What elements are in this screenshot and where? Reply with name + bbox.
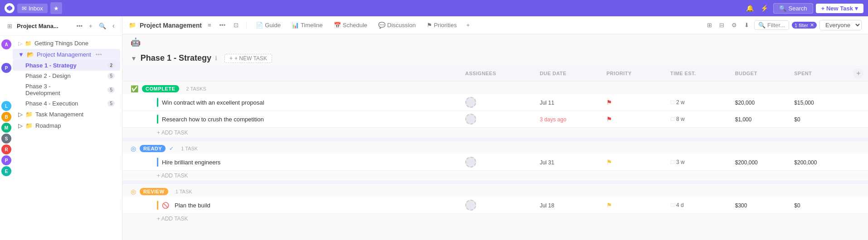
th-due-date: DUE DATE	[535, 66, 602, 82]
priorities-icon: ⚑	[427, 22, 432, 29]
status-badge-complete[interactable]: COMPLETE	[142, 85, 179, 92]
status-complete-icon: ✅	[131, 85, 138, 92]
tab-timeline[interactable]: 📊 Timeline	[288, 20, 327, 30]
tab-schedule[interactable]: 📅 Schedule	[330, 20, 371, 30]
status-badge-ready[interactable]: READY	[140, 145, 166, 152]
main-layout: ⊞ Project Mana... ••• + 🔍 ‹ A P	[0, 16, 868, 240]
sidebar-item-phase1[interactable]: Phase 1 - Strategy 2	[13, 60, 120, 71]
status-ready-icon: ◎	[131, 145, 136, 152]
task-actions-2	[849, 111, 868, 128]
project-management-more-button[interactable]: •••	[94, 51, 104, 58]
add-task-complete-cell[interactable]: + ADD TASK	[122, 128, 868, 138]
table-row[interactable]: Win contract with an excellent proposal …	[122, 94, 868, 111]
sidebar-item-phase2[interactable]: Phase 2 - Design 5	[13, 71, 120, 81]
sidebar-item-task-management[interactable]: ▷ 📁 Task Management	[13, 109, 120, 120]
search-filter-icon: 🔍	[758, 22, 766, 29]
toolbar-settings-button[interactable]: ⚙	[729, 20, 739, 30]
sidebar-item-phase3[interactable]: Phase 3 -Development 5	[13, 81, 120, 98]
avatar-m: M	[1, 123, 11, 133]
task-budget-4: $300	[731, 197, 790, 214]
sidebar-item-phase4[interactable]: Phase 4 - Execution 5	[13, 98, 120, 109]
budget-val-2: $1,000	[735, 116, 752, 123]
toolbar-list-view-button[interactable]: ≡	[205, 20, 214, 30]
task-actions-1	[849, 94, 868, 111]
divider-row-2	[122, 181, 868, 184]
sidebar-item-getting-things-done[interactable]: ▷ 📁 Getting Things Done	[13, 38, 120, 49]
assignee-placeholder-1[interactable]	[465, 97, 476, 108]
toolbar-group-button[interactable]: ⊟	[717, 20, 727, 30]
add-task-ready-cell[interactable]: + ADD TASK	[122, 171, 868, 181]
lightning-icon[interactable]: ⚡	[759, 2, 770, 14]
toolbar-columns-button[interactable]: ⊞	[705, 20, 714, 30]
sidebar-item-project-management[interactable]: ▼ 📂 Project Management •••	[13, 49, 120, 60]
add-workspace-button[interactable]: +	[87, 22, 94, 30]
task-actions-3	[849, 154, 868, 171]
add-task-review-row[interactable]: + ADD TASK	[122, 214, 868, 224]
assignee-placeholder-3[interactable]	[465, 157, 476, 168]
add-task-review-cell[interactable]: + ADD TASK	[122, 214, 868, 224]
task-color-bar-3	[157, 158, 158, 167]
spent-val-2: $0	[794, 116, 800, 123]
filter-button[interactable]: 🔍 Filter...	[754, 20, 789, 30]
add-task-complete-row[interactable]: + ADD TASK	[122, 128, 868, 138]
budget-val-1: $20,000	[735, 100, 755, 106]
filter-close-button[interactable]: ✕	[810, 22, 814, 28]
filter-placeholder: Filter...	[767, 22, 785, 29]
toolbar-expand-button[interactable]: ⊡	[231, 20, 241, 30]
due-date-text-4: Jul 18	[540, 202, 554, 209]
search-button[interactable]: 🔍 Search	[773, 3, 813, 14]
sidebar-item-roadmap[interactable]: ▷ 📁 Roadmap	[13, 120, 120, 131]
status-header-review: ◎ REVIEW 1 TASK	[122, 184, 868, 197]
star-button[interactable]: ★	[50, 2, 62, 14]
add-task-ready-row[interactable]: + ADD TASK	[122, 171, 868, 181]
table-header: ASSIGNEES DUE DATE PRIORITY TIME EST. BU…	[122, 66, 868, 82]
task-priority-3: ⚑	[602, 154, 666, 171]
status-complete-cell: ✅ COMPLETE 2 TASKS	[122, 82, 868, 95]
task-name-2: Research how to crush the competition	[162, 116, 264, 123]
toolbar-more-button[interactable]: •••	[217, 20, 228, 30]
status-badge-review[interactable]: REVIEW	[140, 188, 168, 195]
task-assignees-1	[461, 94, 535, 111]
task-color-bar-2	[157, 115, 158, 124]
tab-priorities[interactable]: ⚑ Priorities	[423, 20, 461, 30]
status-review-count: 1 TASK	[176, 189, 192, 194]
th-add: +	[849, 66, 868, 82]
new-task-button[interactable]: + New Task ▾	[816, 4, 863, 13]
task-budget-1: $20,000	[731, 94, 790, 111]
avatar-b: B	[1, 112, 11, 122]
toolbar-export-button[interactable]: ⬇	[742, 20, 751, 30]
folder-icon-rm2: 📁	[25, 122, 33, 129]
add-column-button[interactable]: +	[853, 68, 863, 78]
divider-cell-1	[122, 138, 868, 141]
app-logo	[5, 3, 15, 13]
sidebar-phase2-badge: 5	[107, 73, 115, 79]
grid-icon[interactable]: ⊞	[5, 22, 14, 30]
table-row[interactable]: Hire brilliant engineers Jul 31 ⚑	[122, 154, 868, 171]
new-task-inline-button[interactable]: + + NEW TASK	[224, 54, 272, 63]
everyone-select[interactable]: Everyone	[819, 20, 862, 30]
inbox-button[interactable]: ✉ Inbox	[17, 4, 48, 13]
bell-icon[interactable]: 🔔	[744, 2, 756, 14]
sidebar-toggle-button[interactable]: ‹	[111, 21, 117, 31]
tab-guide[interactable]: 📄 Guide	[252, 20, 284, 30]
workspace-more-button[interactable]: •••	[74, 22, 84, 30]
task-budget-2: $1,000	[731, 111, 790, 128]
table-row[interactable]: 🚫 Plan the build Jul 18 ⚑	[122, 197, 868, 214]
task-due-date-3: Jul 31	[535, 154, 602, 171]
tab-priorities-label: Priorities	[434, 22, 457, 29]
status-complete-count: 2 TASKS	[186, 86, 206, 91]
phase-title: Phase 1 - Strategy	[141, 53, 211, 63]
add-tab-button[interactable]: +	[464, 20, 472, 30]
th-assignees: ASSIGNEES	[461, 66, 535, 82]
table-row[interactable]: Research how to crush the competition 3 …	[122, 111, 868, 128]
sidebar-phase3-label: Phase 3 -Development	[25, 83, 60, 96]
assignee-placeholder-2[interactable]	[465, 114, 476, 125]
task-assignees-3	[461, 154, 535, 171]
search-sidebar-button[interactable]: 🔍	[97, 22, 108, 30]
page-content: 🤖 ▼ Phase 1 - Strategy ℹ + + NEW TASK AS…	[122, 34, 868, 240]
phase-toggle-button[interactable]: ▼	[131, 55, 137, 62]
assignee-placeholder-4[interactable]	[465, 200, 476, 211]
priority-flag-4: ⚑	[606, 202, 612, 209]
status-review-icon: ◎	[131, 188, 136, 195]
tab-discussion[interactable]: 💬 Discussion	[375, 20, 419, 30]
